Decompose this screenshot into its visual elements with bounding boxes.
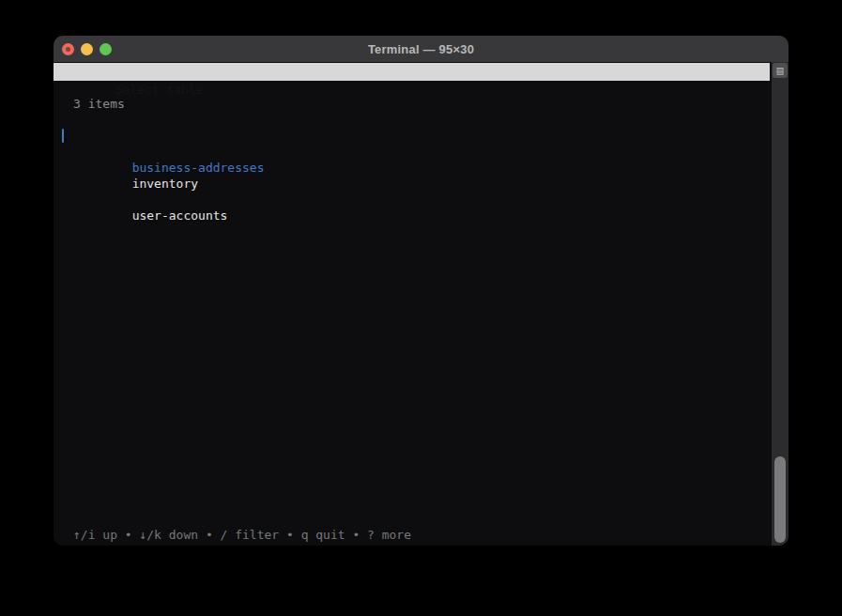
split-pane-button[interactable]: ▤: [773, 63, 788, 78]
terminal-window: Terminal — 95×30 Select table 3 items bu…: [54, 36, 788, 546]
split-pane-icon: ▤: [776, 63, 783, 78]
list-item-label: user-accounts: [132, 208, 228, 223]
list-item-business-addresses[interactable]: business-addresses: [54, 128, 770, 144]
traffic-lights: [62, 36, 112, 62]
list-item-inventory[interactable]: inventory: [54, 160, 770, 176]
help-bar: ↑/i up • ↓/k down • / filter • q quit • …: [54, 527, 770, 543]
scrollbar-thumb[interactable]: [774, 456, 786, 543]
titlebar[interactable]: Terminal — 95×30: [54, 36, 788, 62]
list-title-bar: Select table: [54, 63, 770, 81]
list-item-label: inventory: [132, 177, 198, 191]
scrollbar[interactable]: ▤: [772, 62, 788, 546]
minimize-button-icon[interactable]: [81, 43, 93, 55]
list-title: Select table: [115, 83, 204, 97]
list-item-user-accounts[interactable]: user-accounts: [54, 192, 770, 208]
items-count: 3 items: [54, 96, 770, 112]
window-title: Terminal — 95×30: [368, 42, 474, 56]
close-button-icon[interactable]: [62, 43, 74, 55]
terminal-content: Select table 3 items business-addresses …: [54, 62, 788, 546]
desktop-background: Terminal — 95×30 Select table 3 items bu…: [0, 0, 842, 616]
selection-cursor: [62, 129, 64, 143]
zoom-button-icon[interactable]: [100, 43, 112, 55]
